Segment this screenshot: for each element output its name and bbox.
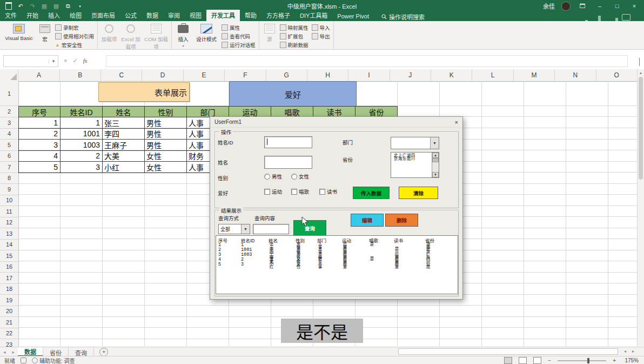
result-list-cell[interactable]: 云南	[425, 261, 430, 268]
edit-button[interactable]: 编辑	[351, 214, 384, 227]
refresh-data-button[interactable]: 刷新数据	[280, 41, 308, 49]
column-header-I[interactable]: I	[348, 69, 390, 81]
maximize-button[interactable]: □	[612, 3, 622, 9]
result-list-cell[interactable]: 愿意	[394, 261, 398, 268]
zoom-slider[interactable]	[558, 360, 606, 361]
result-list-cell[interactable]: 愿意	[342, 261, 346, 268]
column-header-N[interactable]: N	[555, 69, 596, 81]
province-item[interactable]: 湖南	[406, 153, 410, 160]
ribbon-tab-12[interactable]: DIY工具箱	[295, 10, 332, 21]
row-header-22[interactable]: 22	[0, 328, 18, 340]
column-header-D[interactable]: D	[142, 69, 183, 81]
userform-close-icon[interactable]: ×	[455, 119, 458, 125]
query-mode-dropdown-icon[interactable]: ▼	[241, 224, 250, 234]
ribbon-tab-10[interactable]: 帮助	[240, 10, 261, 21]
row-header-9[interactable]: 9	[0, 184, 18, 195]
ribbon-tab-0[interactable]: 文件	[0, 10, 22, 21]
column-header-F[interactable]: F	[225, 69, 266, 81]
avatar[interactable]	[561, 2, 571, 11]
column-header-L[interactable]: L	[472, 69, 513, 81]
table-cell[interactable]: 女性	[145, 162, 187, 173]
sheet-nav-left-icon[interactable]: ◂	[0, 349, 9, 355]
table-cell[interactable]: 张三	[103, 117, 145, 129]
table-cell[interactable]: 3	[61, 162, 103, 173]
xml-export-button[interactable]: 导出	[312, 32, 330, 40]
table-header-cell[interactable]: 姓名ID	[61, 106, 103, 117]
user-name[interactable]: 余佳	[543, 2, 555, 10]
qat-icon-1[interactable]: ▦	[41, 3, 48, 9]
form-show-button[interactable]: 表单展示	[98, 82, 190, 102]
ribbon-tab-11[interactable]: 方方格子	[261, 10, 295, 21]
table-header-cell[interactable]: 姓名	[103, 106, 145, 117]
new-sheet-button[interactable]: +	[99, 348, 108, 356]
zoom-in-icon[interactable]: +	[613, 358, 616, 363]
column-header-H[interactable]: H	[307, 69, 348, 81]
table-cell[interactable]: 男性	[145, 129, 187, 140]
qat-dropdown-icon[interactable]: ▾	[77, 3, 83, 9]
view-code-button[interactable]: 查看代码	[222, 32, 256, 40]
row-header-16[interactable]: 16	[0, 262, 18, 273]
result-list-cell[interactable]: 女性	[296, 261, 300, 268]
table-cell[interactable]: 小红	[103, 162, 145, 173]
undo-icon[interactable]: ↶	[17, 3, 24, 9]
zoom-percent[interactable]: 175%	[622, 358, 639, 363]
row-header-19[interactable]: 19	[0, 295, 18, 306]
result-list-cell[interactable]: 3	[241, 262, 244, 267]
table-cell[interactable]: 男性	[145, 117, 187, 129]
ribbon-tab-7[interactable]: 审阅	[163, 10, 185, 21]
column-header-G[interactable]: G	[266, 69, 307, 81]
province-listbox[interactable]: 北京上海广东湖南四川 ▲ ▼	[391, 152, 439, 178]
excel-addins-button[interactable]: Excel 加载项	[120, 23, 141, 50]
row-header-20[interactable]: 20	[0, 306, 18, 317]
macros-button[interactable]: 宏	[38, 23, 52, 43]
enter-formula-icon[interactable]: ✓	[72, 57, 77, 64]
ribbon-tab-8[interactable]: 视图	[185, 10, 206, 21]
column-header-O[interactable]: O	[596, 69, 638, 81]
table-header-cell[interactable]: 序号	[18, 106, 61, 117]
print-preview-icon[interactable]: ⧉	[65, 3, 71, 9]
table-cell[interactable]: 5	[18, 162, 61, 173]
sheet-tab-0[interactable]: 数据	[18, 347, 43, 356]
table-cell[interactable]: 女性	[145, 151, 187, 162]
checkbox-sing[interactable]: 唱歌	[291, 188, 309, 195]
design-mode-button[interactable]: 设计模式	[194, 23, 218, 43]
province-scroll-up-icon[interactable]: ▲	[432, 153, 439, 158]
radio-female[interactable]: 女性	[291, 173, 309, 180]
record-macro-button[interactable]: 录制宏	[55, 24, 94, 31]
province-item[interactable]: 上海	[397, 153, 401, 160]
query-mode-combo[interactable]: 全部 ▼	[218, 224, 250, 234]
row-header-11[interactable]: 11	[0, 206, 18, 217]
sheet-nav-right-icon[interactable]: ▸	[9, 349, 18, 355]
redo-icon[interactable]: ↷	[29, 3, 36, 9]
table-cell[interactable]: 大美	[103, 151, 145, 162]
page-break-view-icon[interactable]	[533, 357, 541, 364]
userform-titlebar[interactable]: UserForm1 ×	[210, 117, 462, 128]
row-header-2[interactable]: 2	[0, 106, 18, 117]
radio-male[interactable]: 男性	[264, 173, 282, 180]
table-header-cell[interactable]: 运动	[229, 106, 271, 117]
com-addins-button[interactable]: COM 加载项	[144, 23, 168, 50]
table-cell[interactable]: 1	[61, 117, 103, 129]
dept-dropdown-icon[interactable]: ▼	[430, 137, 439, 149]
minimize-button[interactable]: –	[594, 3, 605, 9]
table-header-cell[interactable]: 性别	[145, 106, 187, 117]
ribbon-tab-2[interactable]: 插入	[43, 10, 65, 21]
province-scrollbar[interactable]: ▲ ▼	[432, 153, 439, 177]
province-item[interactable]: 四川	[410, 153, 414, 160]
clear-button[interactable]: 清除	[399, 187, 438, 199]
ribbon-tab-4[interactable]: 页面布局	[86, 10, 120, 21]
xml-import-button[interactable]: 导入	[312, 24, 330, 31]
zoom-slider-thumb[interactable]	[587, 358, 589, 363]
vertical-scrollbar[interactable]: ▲	[637, 69, 644, 346]
row-header-14[interactable]: 14	[0, 240, 18, 251]
table-header-cell[interactable]: 唱歌	[271, 106, 313, 117]
column-header-J[interactable]: J	[390, 69, 431, 81]
column-header-B[interactable]: B	[60, 69, 101, 81]
column-header-C[interactable]: C	[101, 69, 142, 81]
row-header-1[interactable]: 1	[0, 81, 18, 106]
dept-combo[interactable]: ▼	[391, 137, 439, 149]
result-list-cell[interactable]: 人事	[317, 261, 321, 268]
result-list-cell[interactable]: 5	[218, 262, 221, 267]
checkbox-read[interactable]: 读书	[319, 188, 337, 195]
table-cell[interactable]: 1	[18, 117, 61, 129]
